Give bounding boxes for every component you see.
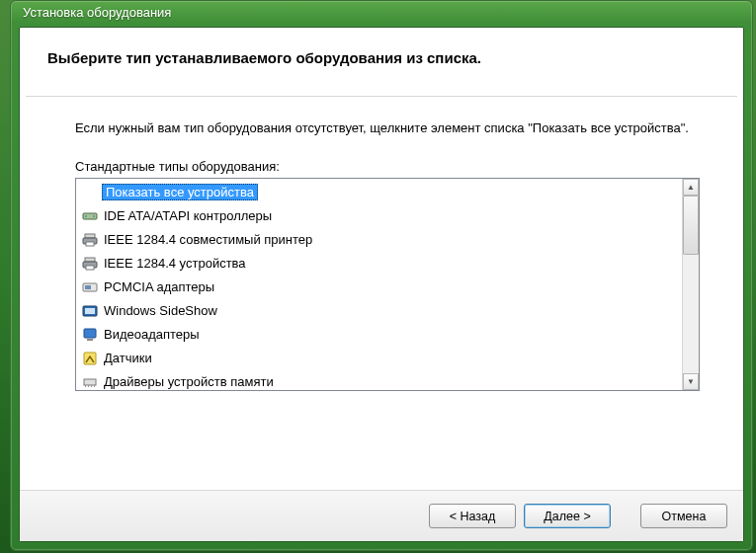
- wizard-window: Установка оборудования Выберите тип уста…: [10, 0, 753, 551]
- window-title: Установка оборудования: [23, 5, 171, 20]
- svg-rect-18: [88, 385, 89, 387]
- scrollbar-vertical[interactable]: ▲ ▼: [682, 179, 699, 390]
- list-item[interactable]: Драйверы устройств памяти: [76, 370, 682, 390]
- list-item[interactable]: Показать все устройства: [76, 181, 682, 204]
- svg-rect-17: [85, 385, 86, 387]
- printer-icon: [82, 232, 98, 248]
- scroll-down-button[interactable]: ▼: [683, 373, 699, 390]
- pcmcia-icon: [82, 279, 98, 295]
- cancel-button[interactable]: Отмена: [640, 504, 727, 528]
- list-item-label: PCMCIA адаптеры: [102, 279, 216, 294]
- svg-rect-10: [85, 285, 91, 289]
- wizard-footer: < Назад Далее > Отмена: [20, 490, 743, 541]
- svg-rect-15: [84, 353, 96, 364]
- svg-rect-13: [84, 329, 96, 338]
- info-text: Если нужный вам тип оборудования отсутст…: [75, 118, 700, 139]
- list-item-label: Датчики: [102, 351, 154, 365]
- list-item-label: Драйверы устройств памяти: [102, 374, 276, 389]
- list-item[interactable]: PCMCIA адаптеры: [76, 276, 682, 299]
- list-item[interactable]: Видеоадаптеры: [76, 323, 682, 347]
- next-button[interactable]: Далее >: [524, 504, 611, 528]
- client-area: Выберите тип устанавливаемого оборудован…: [19, 27, 744, 542]
- svg-rect-19: [91, 385, 92, 387]
- scroll-up-button[interactable]: ▲: [683, 179, 699, 196]
- hardware-type-listbox[interactable]: Показать все устройстваIDE ATA/ATAPI кон…: [75, 178, 700, 391]
- list-label: Стандартные типы оборудования:: [75, 159, 700, 174]
- svg-rect-16: [84, 379, 96, 385]
- svg-rect-20: [94, 385, 95, 387]
- svg-rect-14: [87, 339, 93, 341]
- svg-rect-3: [85, 234, 95, 238]
- scroll-track[interactable]: [683, 196, 699, 373]
- list-item[interactable]: Windows SideShow: [76, 299, 682, 323]
- list-item[interactable]: IEEE 1284.4 совместимый принтер: [76, 228, 682, 252]
- wizard-header: Выберите тип устанавливаемого оборудован…: [20, 28, 743, 80]
- printer-icon: [82, 256, 98, 272]
- wizard-title: Выберите тип устанавливаемого оборудован…: [47, 49, 714, 66]
- list-item[interactable]: Датчики: [76, 347, 682, 370]
- blank-icon: [82, 185, 98, 200]
- svg-point-2: [93, 215, 95, 217]
- list-item-label: IDE ATA/ATAPI контроллеры: [102, 208, 274, 223]
- scroll-thumb[interactable]: [683, 196, 699, 255]
- display-icon: [82, 327, 98, 343]
- svg-rect-12: [85, 308, 95, 314]
- back-button[interactable]: < Назад: [429, 504, 516, 528]
- ide-icon: [82, 208, 98, 224]
- wizard-content: Если нужный вам тип оборудования отсутст…: [20, 97, 743, 391]
- svg-rect-5: [86, 242, 94, 246]
- list-item-label: Показать все устройства: [102, 184, 258, 200]
- list-item-label: IEEE 1284.4 совместимый принтер: [102, 232, 314, 247]
- titlebar: Установка оборудования: [11, 1, 752, 27]
- list-item[interactable]: IEEE 1284.4 устройства: [76, 252, 682, 276]
- svg-rect-6: [85, 258, 95, 262]
- list-item-label: Windows SideShow: [102, 303, 219, 318]
- svg-rect-8: [86, 266, 94, 270]
- svg-point-1: [85, 215, 87, 217]
- list-item-label: Видеоадаптеры: [102, 327, 202, 342]
- sideshow-icon: [82, 303, 98, 319]
- memory-icon: [82, 374, 98, 390]
- list-item-label: IEEE 1284.4 устройства: [102, 256, 248, 271]
- list-item[interactable]: IDE ATA/ATAPI контроллеры: [76, 204, 682, 228]
- sensor-icon: [82, 351, 98, 366]
